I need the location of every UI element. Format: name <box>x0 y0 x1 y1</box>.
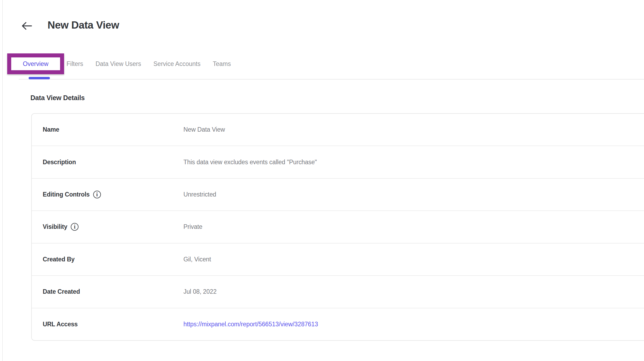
row-label: Editing Controls i <box>32 191 181 198</box>
page-title: New Data View <box>48 19 119 32</box>
tab-teams[interactable]: Teams <box>213 60 231 68</box>
info-icon[interactable]: i <box>93 191 101 198</box>
data-view-url-link[interactable]: https://mixpanel.com/report/566513/view/… <box>183 321 318 328</box>
detail-row-name: Name New Data View <box>32 114 644 146</box>
data-view-settings-page: New Data View Overview Filters Data View… <box>0 0 644 361</box>
left-edge-divider <box>2 0 3 361</box>
data-view-details-card: Name New Data View Description This data… <box>31 113 644 341</box>
tab-service-accounts[interactable]: Service Accounts <box>154 60 201 68</box>
active-tab-indicator <box>29 77 50 79</box>
created-by-label: Created By <box>43 256 74 263</box>
detail-row-visibility: Visibility i Private <box>32 210 644 243</box>
visibility-value: Private <box>183 223 202 230</box>
visibility-label: Visibility <box>43 223 67 230</box>
editing-controls-value: Unrestricted <box>183 191 216 198</box>
annotation-highlight-box: Overview <box>7 53 64 74</box>
name-label: Name <box>43 126 59 133</box>
tab-bar: Filters Data View Users Service Accounts… <box>66 60 231 68</box>
detail-row-url-access: URL Access https://mixpanel.com/report/5… <box>32 308 644 340</box>
info-icon[interactable]: i <box>71 223 78 231</box>
tabs-divider-line <box>19 79 644 80</box>
detail-row-editing-controls: Editing Controls i Unrestricted <box>32 178 644 210</box>
row-label: URL Access <box>32 321 181 328</box>
detail-row-description: Description This data view excludes even… <box>32 146 644 178</box>
row-label: Date Created <box>32 288 181 295</box>
date-created-value: Jul 08, 2022 <box>183 288 217 295</box>
tab-data-view-users[interactable]: Data View Users <box>96 60 141 68</box>
editing-controls-label: Editing Controls <box>43 191 90 198</box>
date-created-label: Date Created <box>43 288 80 295</box>
row-label: Visibility i <box>32 223 181 231</box>
back-button[interactable] <box>20 20 33 32</box>
detail-row-created-by: Created By Gil, Vicent <box>32 243 644 275</box>
description-label: Description <box>43 159 76 166</box>
section-heading: Data View Details <box>30 94 85 102</box>
description-value: This data view excludes events called "P… <box>183 159 317 166</box>
detail-row-date-created: Date Created Jul 08, 2022 <box>32 275 644 308</box>
row-label: Name <box>32 126 181 133</box>
row-label: Description <box>32 159 181 166</box>
left-arrow-icon <box>21 21 33 32</box>
row-label: Created By <box>32 256 181 263</box>
tab-overview[interactable]: Overview <box>23 60 49 68</box>
url-access-label: URL Access <box>43 321 78 328</box>
name-value: New Data View <box>183 126 225 133</box>
tab-filters[interactable]: Filters <box>66 60 83 68</box>
created-by-value: Gil, Vicent <box>183 256 211 263</box>
